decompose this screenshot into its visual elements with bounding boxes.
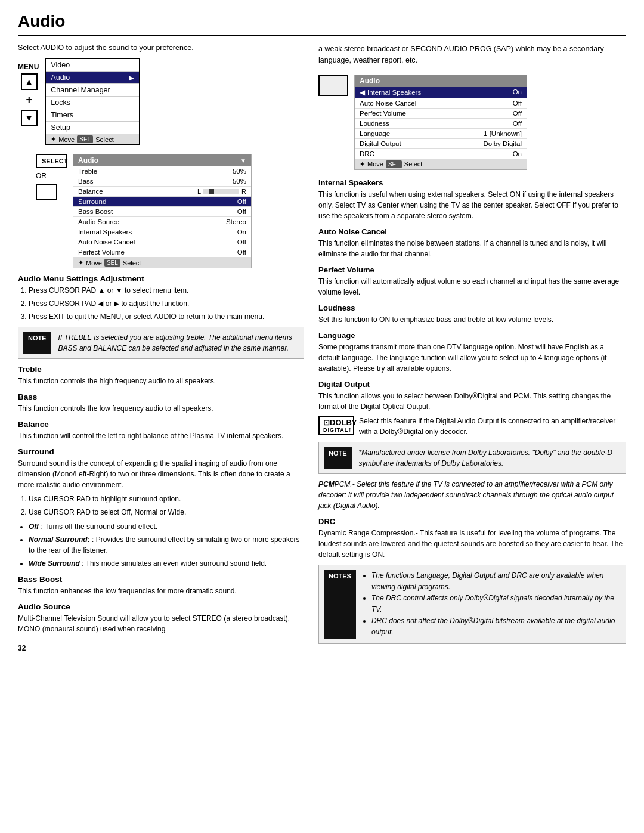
surround-heading: Surround: [18, 447, 304, 456]
page-title: Audio: [18, 12, 626, 36]
audio-row-perfect-volume[interactable]: Perfect VolumeOff: [73, 247, 251, 258]
audio-row-audio-source[interactable]: Audio SourceStereo: [73, 217, 251, 227]
audio-submenu-table: Audio Treble50% Bass50% Balance L R: [73, 154, 252, 268]
internal-speakers-heading: Internal Speakers: [318, 178, 626, 187]
surround-opt-normal: Normal Surround: : Provides the surround…: [29, 534, 304, 556]
bass-text: This function controls the low frequency…: [18, 403, 304, 414]
surround-opt-wide: Wide Surround : This mode simulates an e…: [29, 558, 304, 569]
right-menu-header: Audio: [355, 75, 527, 87]
audio-submenu-header: Audio: [73, 154, 251, 166]
notes-item-2: The DRC control affects only Dolby®Digit…: [371, 593, 621, 615]
dolby-section: ⊡DOLBY DIGITAL† Select this feature if t…: [318, 416, 626, 437]
audio-row-bass[interactable]: Bass50%: [73, 176, 251, 187]
move-icon: ✦: [51, 135, 56, 143]
audio-steps-list: Press CURSOR PAD ▲ or ▼ to select menu i…: [29, 285, 304, 322]
perfect-volume-heading: Perfect Volume: [318, 265, 626, 274]
plus-icon: +: [26, 94, 32, 106]
audio-row-surround[interactable]: SurroundOff: [73, 197, 251, 207]
bass-boost-text: This function enhances the low frequenci…: [18, 586, 304, 596]
right-menu-box: Audio ◀Internal SpeakersOn Auto Noise Ca…: [354, 75, 527, 170]
drc-heading: DRC: [318, 517, 626, 526]
auto-noise-cancel-text: This function eliminates the noise betwe…: [318, 238, 626, 259]
tv-icon: [318, 75, 348, 96]
bass-heading: Bass: [18, 392, 304, 401]
menu-item-channel-manager[interactable]: Channel Manager: [46, 84, 139, 97]
audio-source-text: Multi-Channel Television Sound will allo…: [18, 613, 304, 634]
note-label-1: NOTE: [23, 332, 51, 354]
notes-item-3: DRC does not affect the Dolby®Digital bi…: [371, 615, 621, 638]
audio-row-internal-speakers[interactable]: Internal SpeakersOn: [73, 227, 251, 237]
auto-noise-cancel-heading: Auto Noise Cancel: [318, 227, 626, 236]
note-text-2: *Manufactured under license from Dolby L…: [359, 447, 621, 469]
treble-text: This function controls the high frequenc…: [18, 376, 304, 386]
menu-item-setup[interactable]: Setup: [46, 122, 139, 134]
down-arrow-btn[interactable]: ▼: [21, 110, 38, 126]
menu-item-locks[interactable]: Locks: [46, 97, 139, 109]
perfect-volume-text: This function will automatically adjust …: [318, 276, 626, 298]
menu-box: Video Audio Channel Manager Locks Timers…: [45, 58, 140, 145]
or-label: OR: [36, 172, 67, 180]
audio-row-balance[interactable]: Balance L R: [73, 187, 251, 197]
drc-text: Dynamic Range Compression.- This feature…: [318, 528, 626, 560]
language-text: Some programs transmit more than one DTV…: [318, 342, 626, 374]
menu-item-video[interactable]: Video: [46, 59, 139, 72]
right-intro-text: a weak stereo broadcast or SECOND AUDIO …: [318, 44, 626, 66]
select-button[interactable]: SELECT: [36, 154, 67, 168]
audio-submenu-footer: ✦ Move SEL Select: [73, 258, 251, 268]
language-heading: Language: [318, 331, 626, 340]
notes-item-1: The functions Language, Digital Output a…: [371, 570, 621, 593]
dolby-logo: ⊡DOLBY DIGITAL†: [318, 416, 354, 435]
right-row-perfect-volume[interactable]: Perfect VolumeOff: [355, 109, 527, 119]
notes-final-container: NOTES The functions Language, Digital Ou…: [318, 565, 626, 644]
small-screen-btn[interactable]: [36, 184, 57, 200]
right-row-language[interactable]: Language1 [Unknown]: [355, 129, 527, 139]
note-container-1: NOTE If TREBLE is selected you are adjus…: [18, 327, 304, 359]
menu-item-audio[interactable]: Audio: [46, 72, 139, 84]
right-menu-footer: ✦ Move SEL Select: [355, 159, 527, 169]
audio-row-auto-noise-cancel[interactable]: Auto Noise CancelOff: [73, 237, 251, 247]
right-row-loudness[interactable]: LoudnessOff: [355, 119, 527, 129]
treble-heading: Treble: [18, 365, 304, 374]
surround-step-2: Use CURSOR PAD to select Off, Normal or …: [29, 507, 304, 518]
sel-badge: SEL: [77, 135, 93, 143]
dolby-text: Select this feature if the Digital Audio…: [359, 416, 626, 437]
menu-item-timers[interactable]: Timers: [46, 109, 139, 122]
surround-text: Surround sound is the concept of expandi…: [18, 458, 304, 490]
step-3: Press EXIT to quit the MENU, or select A…: [29, 311, 304, 322]
notes-final-label: NOTES: [324, 570, 356, 639]
menu-label: MENU: [18, 63, 39, 71]
menu-footer: ✦ Move SEL Select: [46, 134, 139, 144]
loudness-text: Set this function to ON to emphasize bas…: [318, 314, 626, 325]
select-label: Select: [95, 136, 114, 143]
move-icon-3: ✦: [360, 160, 365, 168]
note-label-2: NOTE: [324, 447, 352, 469]
audio-menu-settings-heading: Audio Menu Settings Adjustment: [18, 274, 304, 283]
surround-opt-off: Off : Turns off the surround sound effec…: [29, 521, 304, 532]
audio-row-treble[interactable]: Treble50%: [73, 166, 251, 176]
page-number: 32: [18, 644, 304, 652]
left-intro-text: Select AUDIO to adjust the sound to your…: [18, 44, 304, 52]
surround-steps: Use CURSOR PAD to highlight surround opt…: [29, 494, 304, 518]
right-row-internal-speakers[interactable]: ◀Internal SpeakersOn: [355, 87, 527, 98]
pcm-text: PCMPCM.- Select this feature if the TV i…: [318, 479, 626, 511]
surround-options: Off : Turns off the surround sound effec…: [29, 521, 304, 569]
move-icon-2: ✦: [78, 259, 83, 267]
audio-row-bass-boost[interactable]: Bass BoostOff: [73, 207, 251, 217]
loudness-heading: Loudness: [318, 304, 626, 312]
audio-source-heading: Audio Source: [18, 602, 304, 611]
notes-final-list: The functions Language, Digital Output a…: [371, 570, 621, 639]
balance-text: This function will control the left to r…: [18, 431, 304, 441]
balance-heading: Balance: [18, 420, 304, 429]
right-row-auto-noise-cancel[interactable]: Auto Noise CancelOff: [355, 98, 527, 109]
step-2: Press CURSOR PAD ◀ or ▶ to adjust the fu…: [29, 298, 304, 309]
right-row-drc[interactable]: DRCOn: [355, 149, 527, 159]
right-row-digital-output[interactable]: Digital OutputDolby Digital: [355, 139, 527, 149]
digital-output-text: This function allows you to select betwe…: [318, 391, 626, 412]
note-container-2: NOTE *Manufactured under license from Do…: [318, 442, 626, 474]
up-arrow-btn[interactable]: ▲: [21, 73, 38, 90]
step-1: Press CURSOR PAD ▲ or ▼ to select menu i…: [29, 285, 304, 296]
note-text-1: If TREBLE is selected you are adjusting …: [58, 332, 299, 354]
surround-step-1: Use CURSOR PAD to highlight surround opt…: [29, 494, 304, 504]
internal-speakers-text: This function is useful when using exter…: [318, 189, 626, 221]
bass-boost-heading: Bass Boost: [18, 575, 304, 584]
